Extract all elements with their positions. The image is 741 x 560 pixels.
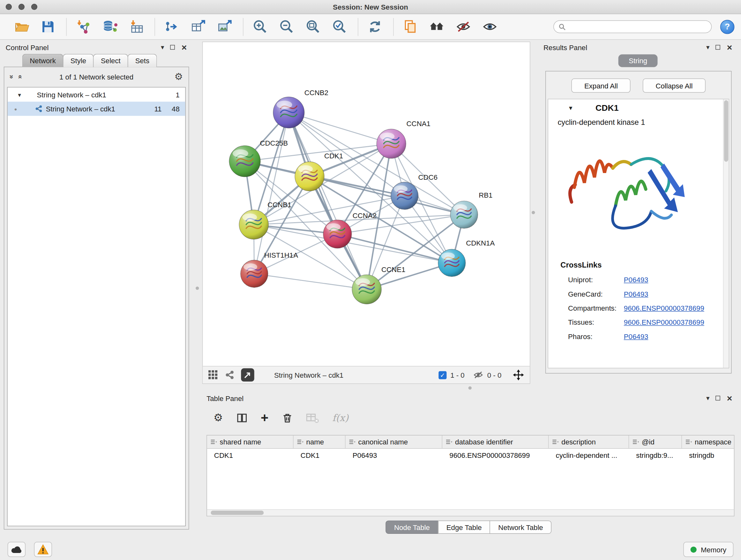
string-home-icon[interactable]	[428, 18, 446, 36]
right-splitter-handle[interactable]	[532, 211, 535, 214]
save-session-icon[interactable]	[39, 18, 57, 36]
control-panel-close-icon[interactable]: ✕	[181, 44, 187, 51]
horizontal-splitter-handle[interactable]	[468, 386, 472, 389]
cell-description[interactable]: cyclin-dependent ...	[549, 449, 629, 462]
crosslink-link[interactable]: 9606.ENSP00000378699	[624, 318, 704, 326]
zoom-selected-icon[interactable]	[330, 18, 348, 36]
control-panel-collapse-icon[interactable]: ▾	[161, 44, 164, 51]
search-input[interactable]	[566, 23, 706, 30]
network-options-gear-icon[interactable]: ⚙	[175, 71, 183, 82]
network-canvas[interactable]: CCNB2CCNA1CDC25BCDK1CDC6RB1CCNB1CCNA2CDK…	[203, 42, 530, 367]
table-panel-float-icon[interactable]	[716, 396, 721, 401]
memory-button[interactable]: Memory	[683, 542, 733, 557]
gene-collapse-icon[interactable]: ▾	[569, 104, 572, 112]
cell-name[interactable]: CDK1	[293, 449, 346, 462]
network-node-CDK1[interactable]: CDK1	[295, 152, 343, 191]
add-column-icon[interactable]: +	[261, 411, 268, 424]
results-panel-collapse-icon[interactable]: ▾	[706, 44, 710, 51]
table-options-gear-icon[interactable]: ⚙	[213, 412, 223, 424]
column-header-namespace[interactable]: namespace	[682, 435, 734, 448]
network-node-CCNE1[interactable]: CCNE1	[352, 266, 405, 304]
tab-edge-table[interactable]: Edge Table	[438, 520, 490, 534]
column-header-description[interactable]: description	[549, 435, 629, 448]
zoom-in-icon[interactable]	[251, 18, 269, 36]
tab-network[interactable]: Network	[22, 54, 64, 67]
cell-id[interactable]: stringdb:9...	[629, 449, 682, 462]
close-window-button[interactable]	[6, 4, 12, 10]
expand-all-networks-icon[interactable]: »	[8, 75, 16, 78]
detach-view-button[interactable]	[241, 368, 254, 381]
zoom-fit-icon[interactable]	[304, 18, 322, 36]
collapse-all-networks-icon[interactable]: »	[16, 75, 23, 78]
table-panel-collapse-icon[interactable]: ▾	[706, 395, 710, 401]
table-row[interactable]: CDK1 CDK1 P06493 9606.ENSP00000378699 cy…	[207, 449, 734, 462]
crosslink-link[interactable]: P06493	[624, 275, 649, 284]
node-label-CDKN1A: CDKN1A	[466, 239, 495, 247]
open-session-icon[interactable]	[12, 18, 30, 36]
cloud-status-button[interactable]	[8, 542, 25, 557]
export-table-icon[interactable]	[189, 18, 207, 36]
network-node-RB1[interactable]: RB1	[450, 191, 492, 228]
table-horizontal-scrollbar[interactable]	[207, 509, 734, 516]
export-image-icon[interactable]	[215, 18, 233, 36]
tab-sets[interactable]: Sets	[128, 54, 157, 67]
import-network-file-icon[interactable]	[74, 18, 92, 36]
expand-all-button[interactable]: Expand All	[571, 78, 630, 92]
import-table-icon[interactable]	[127, 18, 145, 36]
control-panel-float-icon[interactable]	[171, 45, 175, 50]
cell-namespace[interactable]: stringdb	[682, 449, 734, 462]
results-panel-close-icon[interactable]: ✕	[727, 44, 733, 51]
crosslink-link[interactable]: P06493	[624, 332, 649, 340]
help-icon[interactable]: ?	[720, 19, 734, 34]
pan-mode-icon[interactable]	[513, 369, 524, 381]
network-node-CCNA1[interactable]: CCNA1	[377, 120, 430, 159]
warnings-button[interactable]	[34, 542, 52, 557]
table-scrollbar-thumb[interactable]	[211, 510, 264, 515]
toolbar-separator	[358, 18, 358, 36]
selected-nodes-checkbox-icon[interactable]: ✓	[439, 371, 447, 379]
table-panel-close-icon[interactable]: ✕	[727, 395, 733, 401]
collection-disclosure-icon[interactable]: ▾	[18, 91, 25, 98]
results-scrollbar-thumb[interactable]	[724, 100, 728, 162]
column-header-database-identifier[interactable]: database identifier	[442, 435, 549, 448]
network-node-CCNB1[interactable]: CCNB1	[239, 201, 291, 240]
eye-slash-icon[interactable]	[454, 18, 472, 36]
crosslink-link[interactable]: 9606.ENSP00000378699	[624, 304, 704, 312]
cell-canonical-name[interactable]: P06493	[346, 449, 443, 462]
column-header-canonical-name[interactable]: canonical name	[346, 435, 443, 448]
cell-database-identifier[interactable]: 9606.ENSP00000378699	[442, 449, 549, 462]
tab-network-table[interactable]: Network Table	[490, 520, 552, 534]
crosslink-link[interactable]: P06493	[624, 290, 649, 298]
network-collection-row[interactable]: ▾ String Network – cdk1 1	[8, 87, 185, 102]
tab-node-table[interactable]: Node Table	[386, 520, 438, 534]
minimize-window-button[interactable]	[18, 4, 24, 10]
network-view[interactable]: CCNB2CCNA1CDC25BCDK1CDC6RB1CCNB1CCNA2CDK…	[202, 42, 530, 384]
zoom-out-icon[interactable]	[277, 18, 295, 36]
import-network-database-icon[interactable]	[100, 18, 118, 36]
eye-icon[interactable]	[481, 18, 498, 36]
network-row[interactable]: ● String Network – cdk1 11 48	[8, 102, 185, 116]
apply-layout-icon[interactable]	[366, 18, 384, 36]
network-node-CDKN1A[interactable]: CDKN1A	[438, 239, 495, 277]
column-header-name[interactable]: name	[293, 435, 346, 448]
birds-eye-view-icon[interactable]	[208, 370, 218, 380]
column-header-shared-name[interactable]: shared name	[207, 435, 293, 448]
left-splitter-handle[interactable]	[196, 287, 199, 290]
hidden-elements-eye-icon[interactable]	[473, 370, 483, 380]
cell-shared-name[interactable]: CDK1	[207, 449, 293, 462]
results-scrollbar[interactable]	[723, 99, 729, 368]
export-network-icon[interactable]	[162, 18, 180, 36]
tab-select[interactable]: Select	[93, 54, 128, 67]
show-columns-icon[interactable]	[236, 412, 248, 424]
network-share-icon[interactable]	[225, 370, 234, 380]
tab-style[interactable]: Style	[63, 54, 94, 67]
zoom-window-button[interactable]	[31, 4, 37, 10]
copy-document-icon[interactable]	[401, 18, 419, 36]
results-panel-float-icon[interactable]	[716, 45, 721, 50]
delete-column-icon[interactable]	[282, 412, 293, 424]
tab-string[interactable]: String	[618, 54, 658, 67]
column-header-id[interactable]: @id	[629, 435, 682, 448]
network-node-HIST1H1A[interactable]: HIST1H1A	[241, 251, 298, 287]
collapse-all-button[interactable]: Collapse All	[643, 78, 705, 92]
search-box[interactable]	[553, 20, 712, 33]
